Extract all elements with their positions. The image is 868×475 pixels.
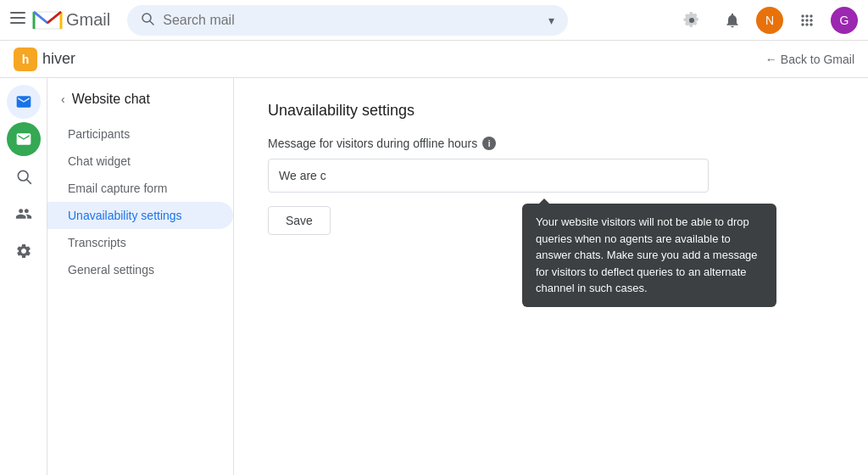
gmail-topbar: Gmail ▾ N G <box>0 0 868 41</box>
hiver-logo: h hiver <box>14 48 75 71</box>
gmail-logo: Gmail <box>32 8 110 32</box>
search-bar[interactable]: ▾ <box>127 5 568 36</box>
save-button[interactable]: Save <box>268 206 331 235</box>
back-to-gmail-label: Back to Gmail <box>781 53 854 66</box>
rail-icon-search[interactable] <box>7 159 41 193</box>
rail-icon-email[interactable] <box>7 122 41 156</box>
hiver-icon: h <box>14 48 37 71</box>
svg-rect-1 <box>10 17 25 19</box>
sidebar-item-email-capture[interactable]: Email capture form <box>47 175 233 202</box>
tooltip-text: Your website visitors will not be able t… <box>536 215 758 294</box>
back-to-gmail-link[interactable]: ← Back to Gmail <box>765 53 854 66</box>
svg-line-6 <box>26 180 31 184</box>
user-avatar-n[interactable]: N <box>756 7 783 34</box>
sidebar-title: Website chat <box>72 92 150 107</box>
sidebar-item-participants[interactable]: Participants <box>47 120 233 148</box>
sidebar-item-transcripts[interactable]: Transcripts <box>47 229 233 256</box>
apps-icon[interactable] <box>790 3 824 37</box>
sidebar-item-chat-widget[interactable]: Chat widget <box>47 148 233 175</box>
info-icon[interactable]: i <box>482 137 496 150</box>
user-avatar[interactable]: G <box>831 7 858 34</box>
svg-rect-0 <box>10 12 25 14</box>
rail-icon-people[interactable] <box>7 197 41 231</box>
page-title: Unavailability settings <box>268 102 834 120</box>
field-label-text: Message for visitors during offline hour… <box>268 137 477 150</box>
content-area: Unavailability settings Message for visi… <box>234 78 868 475</box>
rail-icon-settings[interactable] <box>7 234 41 268</box>
chevron-down-icon[interactable]: ▾ <box>548 14 554 27</box>
hiver-name: hiver <box>42 50 75 68</box>
main-layout: ‹ Website chat Participants Chat widget … <box>0 78 868 475</box>
sidebar-header: ‹ Website chat <box>47 92 233 120</box>
field-label: Message for visitors during offline hour… <box>268 137 834 150</box>
sidebar-item-general[interactable]: General settings <box>47 256 233 283</box>
svg-rect-2 <box>10 22 25 24</box>
hiver-bar: h hiver ← Back to Gmail <box>0 41 868 78</box>
sidebar-back-icon[interactable]: ‹ <box>61 92 65 106</box>
search-input[interactable] <box>163 13 548 28</box>
sidebar-nav: ‹ Website chat Participants Chat widget … <box>47 78 234 475</box>
rail-icon-hiver[interactable] <box>7 85 41 119</box>
menu-icon[interactable] <box>10 10 25 30</box>
message-input[interactable] <box>268 159 709 193</box>
search-icon <box>141 12 154 29</box>
icon-rail <box>0 78 47 475</box>
topbar-right-icons: N G <box>675 3 858 37</box>
settings-icon[interactable] <box>675 3 709 37</box>
gmail-label: Gmail <box>66 10 110 30</box>
svg-line-4 <box>150 21 153 25</box>
back-arrow-icon: ← <box>765 53 777 66</box>
sidebar-item-unavailability[interactable]: Unavailability settings <box>47 202 233 229</box>
tooltip: Your website visitors will not be able t… <box>522 204 776 307</box>
bell-icon[interactable] <box>715 3 749 37</box>
